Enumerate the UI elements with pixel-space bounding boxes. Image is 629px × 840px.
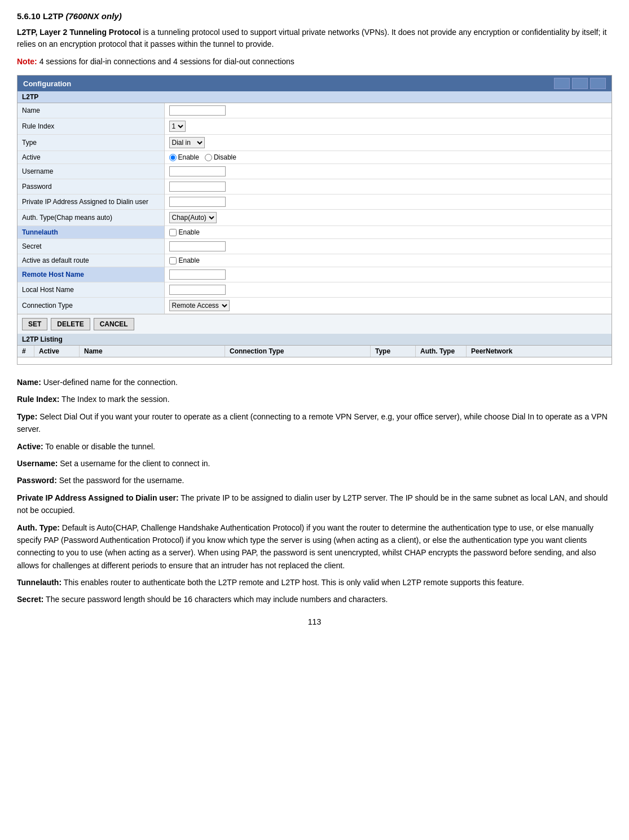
default-route-checkbox[interactable] — [169, 257, 177, 264]
table-row: Remote Host Name — [17, 267, 612, 282]
field-value-type: Dial inDial out — [164, 135, 612, 151]
desc-username-label: Username: — [17, 459, 58, 468]
table-row: Type Dial inDial out — [17, 135, 612, 151]
listing-col-hash: # — [17, 346, 34, 357]
tunnelauth-checkbox[interactable] — [169, 229, 177, 236]
desc-name: Name: User-defined name for the connecti… — [17, 376, 612, 388]
connection-type-select[interactable]: Remote AccessLAN to LAN — [169, 300, 230, 311]
note-label: Note: — [17, 57, 37, 66]
desc-tunnelauth-text: This enables router to authenticate both… — [64, 578, 524, 587]
table-row: Auth. Type(Chap means auto) Chap(Auto)PA… — [17, 210, 612, 226]
section-heading: 5.6.10 L2TP (7600NX only) — [17, 11, 612, 21]
field-label-rule-index: Rule Index — [17, 118, 164, 135]
config-icon-1 — [554, 78, 570, 89]
table-row: Name — [17, 103, 612, 118]
config-box: Configuration L2TP Name Rule Index 1234 — [17, 75, 612, 365]
listing-col-type: Type — [371, 346, 416, 357]
l2tp-section-label: L2TP — [17, 91, 612, 103]
active-enable-label[interactable]: Enable — [169, 153, 199, 161]
intro-paragraph: L2TP, Layer 2 Tunneling Protocol is a tu… — [17, 26, 612, 50]
field-value-rule-index: 1234 — [164, 118, 612, 135]
field-label-secret: Secret — [17, 239, 164, 254]
field-value-local-host — [164, 282, 612, 298]
tunnelauth-enable-label: Enable — [179, 228, 200, 236]
auth-type-select[interactable]: Chap(Auto)PAPCHAP — [169, 212, 217, 223]
secret-input[interactable] — [169, 241, 226, 251]
listing-body — [17, 357, 612, 364]
page-number: 113 — [17, 617, 612, 626]
note-text: 4 sessions for dial-in connections and 4… — [37, 57, 294, 66]
field-label-tunnelauth: Tunnelauth — [17, 226, 164, 239]
field-label-active: Active — [17, 151, 164, 164]
desc-private-ip-label: Private IP Address Assigned to Dialin us… — [17, 493, 179, 502]
table-row: Username — [17, 164, 612, 179]
cancel-button[interactable]: CANCEL — [94, 318, 134, 330]
desc-auth-type-label: Auth. Type: — [17, 523, 60, 532]
remote-host-input[interactable] — [169, 269, 226, 280]
set-button[interactable]: SET — [22, 318, 47, 330]
listing-label-text: L2TP Listing — [22, 335, 63, 343]
desc-private-ip: Private IP Address Assigned to Dialin us… — [17, 492, 612, 517]
listing-col-auth-type: Auth. Type — [416, 346, 467, 357]
field-value-active: Enable Disable — [164, 151, 612, 164]
private-ip-input[interactable] — [169, 197, 226, 207]
desc-active: Active: To enable or disable the tunnel. — [17, 440, 612, 453]
field-value-secret — [164, 239, 612, 254]
table-row: Connection Type Remote AccessLAN to LAN — [17, 298, 612, 314]
type-select[interactable]: Dial inDial out — [169, 137, 205, 148]
config-icon-2 — [572, 78, 588, 89]
note-line: Note: 4 sessions for dial-in connections… — [17, 57, 612, 66]
config-icon-3 — [590, 78, 606, 89]
active-radio-group: Enable Disable — [169, 153, 608, 161]
field-value-private-ip — [164, 194, 612, 210]
desc-active-text: To enable or disable the tunnel. — [45, 442, 155, 451]
password-input[interactable] — [169, 182, 226, 192]
desc-type-label: Type: — [17, 412, 37, 421]
section-subtitle: (7600NX only) — [65, 11, 121, 21]
tunnelauth-checkbox-group: Enable — [169, 228, 608, 236]
default-route-checkbox-group: Enable — [169, 257, 608, 264]
field-label-connection-type: Connection Type — [17, 298, 164, 314]
delete-button[interactable]: DELETE — [51, 318, 90, 330]
desc-password: Password: Set the password for the usern… — [17, 474, 612, 487]
listing-col-peer-network: PeerNetwork — [467, 346, 612, 357]
active-enable-radio[interactable] — [169, 154, 177, 161]
desc-rule-index: Rule Index: The Index to mark the sessio… — [17, 393, 612, 405]
local-host-input[interactable] — [169, 285, 226, 295]
field-label-private-ip: Private IP Address Assigned to Dialin us… — [17, 194, 164, 210]
table-row: Password — [17, 179, 612, 194]
section-number: 5.6.10 — [17, 11, 43, 21]
rule-index-select[interactable]: 1234 — [169, 121, 186, 132]
listing-label: L2TP Listing — [17, 334, 612, 346]
section-title: L2TP — [43, 11, 66, 21]
name-input[interactable] — [169, 105, 226, 116]
table-row: Rule Index 1234 — [17, 118, 612, 135]
config-header-label: Configuration — [23, 79, 71, 88]
desc-name-text: User-defined name for the connection. — [43, 378, 178, 387]
listing-col-name: Name — [80, 346, 225, 357]
listing-col-connection-type: Connection Type — [225, 346, 371, 357]
desc-rule-index-text: The Index to mark the session. — [61, 395, 169, 404]
desc-tunnelauth-label: Tunnelauth: — [17, 578, 61, 587]
table-row: Local Host Name — [17, 282, 612, 298]
table-row: Private IP Address Assigned to Dialin us… — [17, 194, 612, 210]
intro-bold: L2TP, Layer 2 Tunneling Protocol — [17, 28, 141, 37]
field-label-username: Username — [17, 164, 164, 179]
default-route-enable-label: Enable — [179, 257, 200, 264]
field-label-password: Password — [17, 179, 164, 194]
field-label-local-host: Local Host Name — [17, 282, 164, 298]
username-input[interactable] — [169, 166, 226, 176]
field-value-tunnelauth: Enable — [164, 226, 612, 239]
desc-type-text: Select Dial Out if you want your router … — [17, 412, 608, 434]
active-disable-label[interactable]: Disable — [205, 153, 236, 161]
section-label-text: L2TP — [22, 93, 38, 101]
desc-username: Username: Set a username for the client … — [17, 457, 612, 470]
desc-secret: Secret: The secure password length shoul… — [17, 593, 612, 605]
field-value-name — [164, 103, 612, 118]
field-value-username — [164, 164, 612, 179]
config-header: Configuration — [17, 76, 612, 91]
desc-rule-index-label: Rule Index: — [17, 395, 59, 404]
active-disable-radio[interactable] — [205, 154, 212, 161]
page-number-text: 113 — [308, 617, 321, 626]
field-label-name: Name — [17, 103, 164, 118]
